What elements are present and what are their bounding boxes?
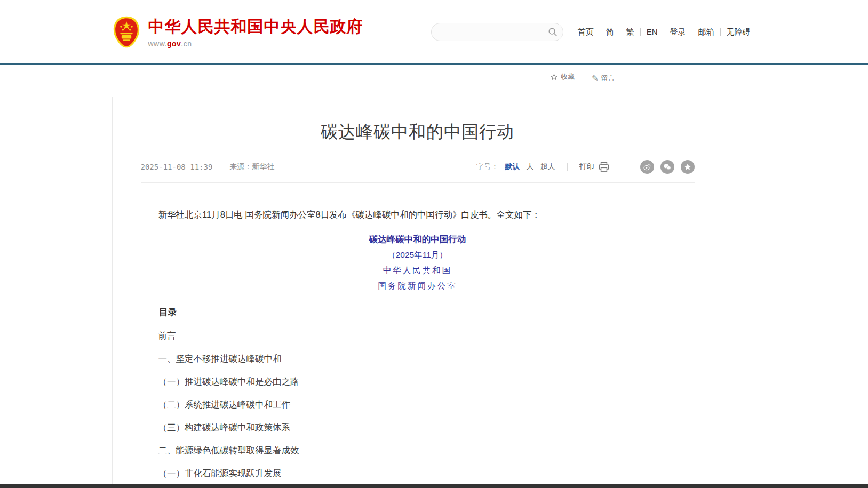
meta-separator bbox=[622, 163, 622, 171]
toc-item: （一）推进碳达峰碳中和是必由之路 bbox=[141, 374, 695, 388]
favorite-button[interactable]: 收藏 bbox=[550, 72, 575, 82]
toc-item: （三）构建碳达峰碳中和政策体系 bbox=[141, 420, 695, 434]
source-label: 来源： bbox=[229, 162, 252, 171]
url-highlight: gov bbox=[167, 39, 181, 48]
toc-item: 前言 bbox=[141, 329, 695, 342]
favorite-label: 收藏 bbox=[561, 72, 575, 82]
doc-date: （2025年11月） bbox=[141, 248, 695, 262]
toc-item: 二、能源绿色低碳转型取得显著成效 bbox=[141, 443, 695, 457]
site-url: www.gov.cn bbox=[148, 39, 363, 48]
source-link[interactable]: 新华社 bbox=[252, 162, 274, 171]
nav-english[interactable]: EN bbox=[640, 28, 664, 36]
font-size-default[interactable]: 默认 bbox=[505, 162, 520, 172]
doc-title: 碳达峰碳中和的中国行动 bbox=[141, 232, 695, 246]
font-size-xlarge[interactable]: 超大 bbox=[540, 162, 555, 172]
print-label: 打印 bbox=[579, 162, 594, 172]
font-size-large[interactable]: 大 bbox=[527, 162, 534, 172]
header-divider bbox=[0, 63, 868, 65]
nav-traditional[interactable]: 繁 bbox=[620, 28, 640, 36]
article-meta: 2025-11-08 11:39 来源：新华社 字号： 默认 大 超大 打印 bbox=[141, 160, 695, 183]
nav-home[interactable]: 首页 bbox=[572, 28, 600, 36]
url-suffix: .cn bbox=[181, 39, 192, 48]
bottom-bar bbox=[0, 484, 868, 488]
weibo-icon[interactable] bbox=[640, 160, 654, 174]
font-size-label: 字号： bbox=[476, 162, 499, 172]
lead-paragraph: 新华社北京11月8日电 国务院新闻办公室8日发布《碳达峰碳中和的中国行动》白皮书… bbox=[141, 207, 695, 221]
qzone-star-icon[interactable] bbox=[681, 160, 695, 174]
site-title: 中华人民共和国中央人民政府 bbox=[148, 16, 363, 38]
site-logo[interactable]: 中华人民共和国中央人民政府 www.gov.cn bbox=[112, 16, 363, 48]
doc-org-line2: 国务院新闻办公室 bbox=[141, 279, 695, 293]
article-body: 新华社北京11月8日电 国务院新闻办公室8日发布《碳达峰碳中和的中国行动》白皮书… bbox=[141, 207, 695, 480]
print-button[interactable]: 打印 bbox=[579, 162, 610, 172]
message-button[interactable]: ✎ 留言 bbox=[592, 74, 615, 83]
meta-separator bbox=[567, 163, 568, 171]
nav-accessibility[interactable]: 无障碍 bbox=[720, 28, 756, 36]
top-nav: 首页 简 繁 EN 登录 邮箱 无障碍 bbox=[572, 28, 756, 36]
star-icon bbox=[550, 73, 558, 81]
article-source: 来源：新华社 bbox=[229, 162, 274, 172]
url-prefix: www. bbox=[148, 39, 167, 48]
nav-simplified[interactable]: 简 bbox=[600, 28, 620, 36]
page-actions: 收藏 ✎ 留言 bbox=[112, 72, 756, 85]
site-header: 中华人民共和国中央人民政府 www.gov.cn 首页 简 繁 EN 登录 邮箱… bbox=[0, 0, 868, 63]
toc-heading: 目录 bbox=[141, 306, 695, 319]
publish-datetime: 2025-11-08 11:39 bbox=[141, 163, 213, 171]
wechat-icon[interactable] bbox=[660, 160, 674, 174]
toc-item: （一）非化石能源实现跃升发展 bbox=[141, 466, 695, 480]
search-icon[interactable] bbox=[548, 27, 558, 37]
search-box[interactable] bbox=[431, 23, 563, 41]
article-title: 碳达峰碳中和的中国行动 bbox=[141, 121, 695, 144]
toc-item: 一、坚定不移推进碳达峰碳中和 bbox=[141, 351, 695, 365]
search-input[interactable] bbox=[440, 23, 544, 41]
nav-login[interactable]: 登录 bbox=[664, 28, 692, 36]
printer-icon bbox=[598, 162, 610, 172]
nav-mail[interactable]: 邮箱 bbox=[692, 28, 720, 36]
doc-org-line1: 中华人民共和国 bbox=[141, 263, 695, 277]
toc-item: （二）系统推进碳达峰碳中和工作 bbox=[141, 397, 695, 411]
national-emblem-icon bbox=[112, 16, 141, 48]
message-label: 留言 bbox=[601, 74, 615, 83]
pencil-icon: ✎ bbox=[592, 74, 599, 83]
article-card: 碳达峰碳中和的中国行动 2025-11-08 11:39 来源：新华社 字号： … bbox=[112, 97, 756, 488]
